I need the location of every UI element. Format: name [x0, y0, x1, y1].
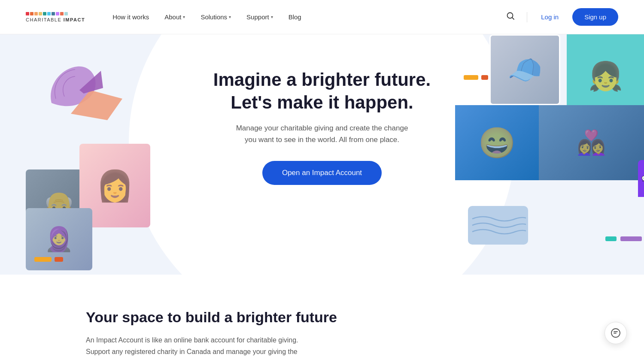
hero-title: Imagine a brighter future. Let's make it… — [213, 69, 431, 114]
search-icon — [506, 12, 515, 20]
feedback-tab-container: 💬 Feedback — [638, 160, 644, 197]
dot-orange — [481, 75, 488, 80]
login-button[interactable]: Log in — [536, 10, 564, 24]
cta-open-account-button[interactable]: Open an Impact Account — [262, 161, 382, 185]
svg-rect-2 — [468, 206, 528, 245]
nav-blog[interactable]: Blog — [283, 10, 307, 24]
right-collage: 🧢 👧 😄 👩‍❤️‍👩 — [455, 34, 644, 249]
logo[interactable]: CHARITABLE IMPACT — [26, 12, 85, 22]
photo-laughing-man: 😄 — [455, 105, 539, 180]
main-nav: How it works About ▾ Solutions ▾ Support… — [106, 10, 307, 24]
section-title: Your space to build a brighter future — [86, 309, 558, 326]
solutions-chevron-icon: ▾ — [229, 15, 231, 19]
logo-bar-6 — [47, 12, 51, 15]
logo-bar-8 — [56, 12, 59, 15]
orange-bar — [55, 257, 63, 262]
header-right: Log in Sign up — [503, 8, 618, 26]
photo-two-women: 👩‍❤️‍👩 — [539, 105, 644, 180]
logo-bar-4 — [39, 12, 42, 15]
header-left: CHARITABLE IMPACT How it works About ▾ S… — [26, 10, 307, 24]
dot-yellow — [464, 75, 478, 80]
right-accent-dots — [464, 75, 488, 80]
logo-bars — [26, 12, 68, 15]
header: CHARITABLE IMPACT How it works About ▾ S… — [0, 0, 644, 34]
support-chevron-icon: ▾ — [271, 15, 273, 19]
feedback-tab[interactable]: 💬 Feedback — [638, 160, 644, 197]
blue-wavy-shape — [468, 206, 528, 245]
nav-about[interactable]: About ▾ — [158, 10, 191, 24]
nav-support[interactable]: Support ▾ — [240, 10, 279, 24]
logo-bar-5 — [43, 12, 46, 15]
logo-text: CHARITABLE IMPACT — [26, 17, 85, 22]
logo-bar-9 — [60, 12, 64, 15]
logo-bar-7 — [52, 12, 55, 15]
search-button[interactable] — [503, 8, 518, 26]
logo-bar-10 — [64, 12, 68, 15]
logo-bar-3 — [34, 12, 38, 15]
left-accent-bars — [34, 257, 63, 262]
about-chevron-icon: ▾ — [183, 15, 185, 19]
yellow-bar — [34, 257, 52, 262]
chat-icon — [611, 328, 621, 338]
hero-section: 👴 👩 🧕 Imagine a brighter future. Let's m… — [0, 34, 644, 275]
svg-line-1 — [512, 18, 514, 19]
nav-solutions[interactable]: Solutions ▾ — [194, 10, 237, 24]
hero-subtitle: Manage your charitable giving and create… — [232, 122, 412, 145]
logo-bar-1 — [26, 12, 29, 15]
teal-bar — [605, 236, 617, 241]
purple-bar — [620, 236, 642, 241]
chat-button[interactable] — [605, 322, 627, 344]
right-accent-bars — [605, 236, 642, 241]
feedback-icon: 💬 — [641, 175, 644, 182]
photo-man-cap: 🧢 — [489, 34, 560, 105]
header-divider — [527, 12, 527, 22]
below-hero-section: Your space to build a brighter future An… — [0, 275, 644, 357]
nav-how-it-works[interactable]: How it works — [106, 10, 155, 24]
logo-bar-2 — [30, 12, 33, 15]
signup-button[interactable]: Sign up — [572, 8, 618, 26]
section-text: An Impact Account is like an online bank… — [86, 334, 301, 357]
